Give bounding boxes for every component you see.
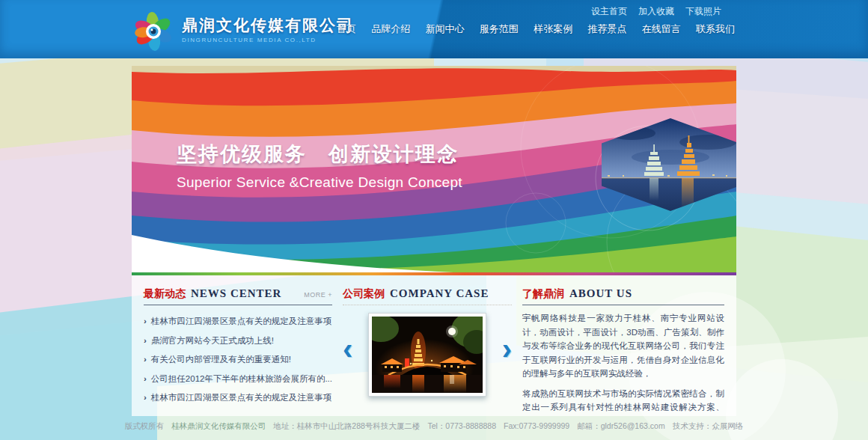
case-section: 公司案例 COMPANY CASE ‹ xyxy=(343,287,512,416)
logo-title: 鼎润文化传媒有限公司 xyxy=(182,16,354,34)
about-paragraph-2: 将成熟的互联网技术与市场的实际情况紧密结合，制定出一系列具有针对性的桂林网站建设… xyxy=(522,387,724,417)
nav-item[interactable]: 服务范围 xyxy=(480,22,519,36)
header: 设主首页加入收藏下载照片 鼎润文化传媒有限公司 DIN xyxy=(0,0,868,58)
banner-headline: 坚持优级服务 创新设计理念 xyxy=(177,141,462,168)
news-item-text: 桂林市四江四湖景区景点有关的规定及注意事项 xyxy=(151,393,332,402)
news-item[interactable]: ›有关公司内部管理及有关的重要通知! xyxy=(144,350,332,370)
footer: 版式权所有桂林鼎润文化传媒有限公司地址：桂林市中山北路288号科技大厦二楼Tel… xyxy=(0,421,868,432)
nav-item[interactable]: 品牌介绍 xyxy=(371,22,410,36)
news-list: ›桂林市四江四湖景区景点有关的规定及注意事项 ›鼎润官方网站今天正式成功上线! … xyxy=(144,312,332,408)
case-photo-frame[interactable] xyxy=(368,313,486,397)
footer-copyright: 版式权所有 xyxy=(125,421,165,430)
news-item-text: 有关公司内部管理及有关的重要通知! xyxy=(151,355,291,364)
arrow-bullet-icon: › xyxy=(144,336,147,345)
logo-text: 鼎润文化传媒有限公司 DINGRUNCULTURE MEDIA CO.,LTD xyxy=(182,16,354,43)
case-carousel: ‹ xyxy=(343,313,512,412)
logo-subtitle: DINGRUNCULTURE MEDIA CO.,LTD xyxy=(182,37,354,43)
case-title-en: COMPANY CASE xyxy=(390,287,489,300)
night-scene-photo xyxy=(372,317,483,393)
footer-email: 邮箱：gldr526@163.com xyxy=(577,421,664,430)
nav-item[interactable]: 新闻中心 xyxy=(426,22,465,36)
footer-fax: Fax:0773-9999999 xyxy=(504,421,569,430)
arrow-bullet-icon: › xyxy=(144,317,147,326)
hero-banner: 坚持优级服务 创新设计理念 Superior Service &Creative… xyxy=(132,66,736,272)
arrow-bullet-icon: › xyxy=(144,374,147,383)
footer-company: 桂林鼎润文化传媒有限公司 xyxy=(171,421,266,430)
news-header: 最新动态 NEWS CENTER MORE + xyxy=(144,287,332,305)
news-title-cn: 最新动态 xyxy=(144,287,186,301)
about-title-en: ABOUT US xyxy=(569,287,632,300)
logo[interactable]: 鼎润文化传媒有限公司 DINGRUNCULTURE MEDIA CO.,LTD xyxy=(132,8,354,52)
page: 设主首页加入收藏下载照片 鼎润文化传媒有限公司 DIN xyxy=(0,0,868,440)
news-item[interactable]: ›桂林市四江四湖景区景点有关的规定及注意事项 xyxy=(144,312,332,331)
about-paragraph-2-text: 将成熟的互联网技术与市场的实际情况紧密结合，制定出一系列具有针对性的桂林网站建设… xyxy=(522,389,724,417)
about-title-cn: 了解鼎润 xyxy=(522,287,564,301)
nav-item[interactable]: 推荐景点 xyxy=(587,22,626,36)
about-paragraph-1: 宇帆网络科技是一家致力于桂林、南宁专业网站设计，动画设计，平面设计，3D动画、广… xyxy=(522,311,724,381)
arrow-bullet-icon: › xyxy=(144,355,147,364)
banner-slogan: 坚持优级服务 创新设计理念 Superior Service &Creative… xyxy=(177,141,462,191)
arrow-bullet-icon: › xyxy=(144,393,147,402)
case-header: 公司案例 COMPANY CASE xyxy=(343,287,512,305)
nav-item[interactable]: 样张案例 xyxy=(534,22,572,36)
news-item[interactable]: ›公司担任2012年下半年的桂林旅游会展所有的.... xyxy=(144,370,332,389)
footer-address: 地址：桂林市中山北路288号科技大厦二楼 xyxy=(273,421,420,430)
logo-pinwheel-icon xyxy=(132,8,175,52)
about-header: 了解鼎润 ABOUT US xyxy=(522,287,724,305)
news-title-en: NEWS CENTER xyxy=(191,287,281,300)
banner-subheadline: Superior Service &Creative Design Concep… xyxy=(177,174,462,191)
news-item-text: 公司担任2012年下半年的桂林旅游会展所有的.... xyxy=(151,374,332,383)
news-more-link[interactable]: MORE + xyxy=(304,291,332,299)
carousel-next-icon[interactable]: › xyxy=(502,334,512,364)
content-panel: 最新动态 NEWS CENTER MORE + ›桂林市四江四湖景区景点有关的规… xyxy=(132,275,736,416)
about-section: 了解鼎润 ABOUT US 宇帆网络科技是一家致力于桂林、南宁专业网站设计，动画… xyxy=(522,287,724,416)
footer-tel: Tel：0773-8888888 xyxy=(427,421,496,430)
news-section: 最新动态 NEWS CENTER MORE + ›桂林市四江四湖景区景点有关的规… xyxy=(144,287,332,416)
case-title-cn: 公司案例 xyxy=(343,287,385,301)
nav-item[interactable]: 在线留言 xyxy=(642,22,681,36)
main-nav: 首页品牌介绍新闻中心服务范围样张案例推荐景点在线留言联系我们 xyxy=(331,0,741,58)
nav-item[interactable]: 首页 xyxy=(337,22,356,36)
news-item-text: 桂林市四江四湖景区景点有关的规定及注意事项 xyxy=(151,317,332,326)
carousel-prev-icon[interactable]: ‹ xyxy=(343,334,352,364)
footer-support: 技术支持：众展网络 xyxy=(673,421,744,430)
news-item[interactable]: ›桂林市四江四湖景区景点有关的规定及注意事项 xyxy=(144,388,332,408)
nav-item[interactable]: 联系我们 xyxy=(696,22,735,36)
news-item-text: 鼎润官方网站今天正式成功上线! xyxy=(151,336,274,345)
news-item[interactable]: ›鼎润官方网站今天正式成功上线! xyxy=(144,331,332,351)
